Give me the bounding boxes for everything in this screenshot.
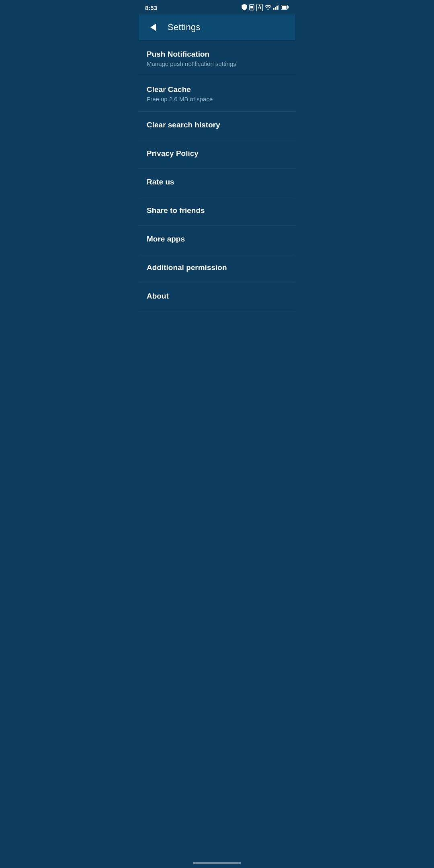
svg-rect-8 [288, 6, 289, 8]
settings-item-more-apps[interactable]: More apps [139, 226, 295, 254]
settings-list: Push Notification Manage push notificati… [139, 41, 295, 311]
clear-search-history-title: Clear search history [147, 121, 287, 129]
settings-item-additional-permission[interactable]: Additional permission [139, 254, 295, 283]
privacy-policy-title: Privacy Policy [147, 149, 287, 158]
svg-rect-2 [273, 8, 274, 10]
more-apps-title: More apps [147, 235, 287, 244]
settings-item-privacy-policy[interactable]: Privacy Policy [139, 140, 295, 169]
settings-item-share-to-friends[interactable]: Share to friends [139, 197, 295, 226]
svg-rect-4 [276, 6, 278, 10]
page-title: Settings [168, 22, 201, 33]
text-a-icon: A [256, 4, 263, 11]
settings-item-about[interactable]: About [139, 283, 295, 311]
svg-rect-3 [275, 7, 276, 10]
svg-rect-1 [250, 6, 253, 8]
clear-cache-title: Clear Cache [147, 85, 287, 94]
about-title: About [147, 292, 287, 301]
back-arrow-icon [150, 24, 156, 31]
additional-permission-title: Additional permission [147, 263, 287, 272]
settings-item-push-notification[interactable]: Push Notification Manage push notificati… [139, 41, 295, 76]
clear-cache-subtitle: Free up 2.6 MB of space [147, 96, 287, 102]
push-notification-title: Push Notification [147, 50, 287, 59]
share-to-friends-title: Share to friends [147, 206, 287, 215]
status-time: 8:53 [145, 4, 157, 11]
wifi-icon [265, 5, 271, 11]
battery-icon [281, 5, 289, 11]
push-notification-subtitle: Manage push notification settings [147, 60, 287, 67]
svg-rect-7 [282, 6, 287, 9]
settings-item-clear-cache[interactable]: Clear Cache Free up 2.6 MB of space [139, 76, 295, 112]
app-bar: Settings [139, 14, 295, 40]
svg-rect-5 [278, 5, 279, 10]
sim-card-icon [249, 4, 254, 12]
shield-icon [242, 4, 247, 12]
rate-us-title: Rate us [147, 178, 287, 186]
signal-icon [273, 5, 279, 11]
settings-item-rate-us[interactable]: Rate us [139, 169, 295, 197]
status-icons: A [242, 4, 289, 12]
status-bar: 8:53 A [139, 0, 295, 14]
back-button[interactable] [145, 19, 161, 35]
settings-item-clear-search-history[interactable]: Clear search history [139, 112, 295, 140]
